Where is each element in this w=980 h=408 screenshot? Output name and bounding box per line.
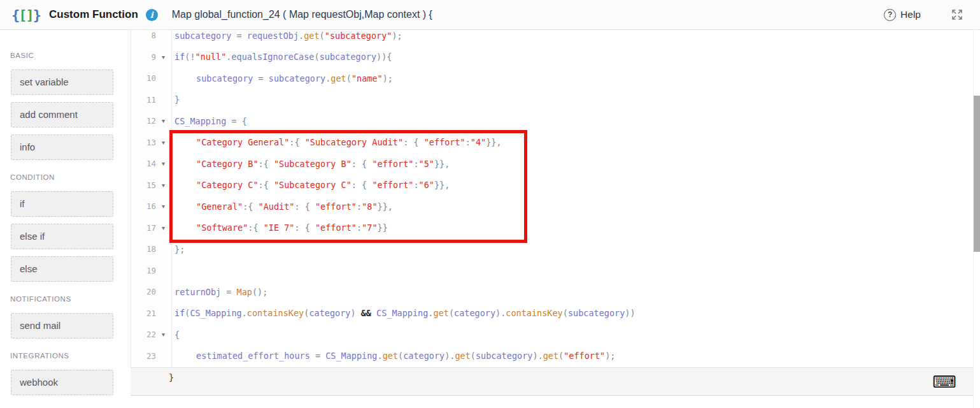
code-line[interactable]: 22▾{ [131, 324, 972, 346]
line-number: 16 [131, 201, 156, 211]
function-signature: Map global_function_24 ( Map requestObj,… [172, 9, 432, 20]
line-number: 15 [131, 180, 156, 190]
fold-arrow-icon[interactable]: ▾ [156, 331, 171, 338]
line-number: 20 [131, 287, 156, 296]
sidebar-section-label: NOTIFICATIONS [10, 295, 131, 303]
code-rows: 8subcategory = requestObj.get("subcatego… [131, 25, 972, 367]
fold-arrow-icon[interactable]: ▾ [156, 203, 171, 210]
sidebar-item-if[interactable]: if [11, 191, 113, 217]
line-number: 8 [131, 31, 156, 40]
fold-arrow-icon[interactable]: ▾ [156, 117, 171, 124]
sidebar-item-else-if[interactable]: else if [11, 224, 113, 249]
code-line[interactable]: 16▾"General":{ "Audit": { "effort":"8"}}… [131, 196, 972, 217]
sidebar-item-send-mail[interactable]: send mail [11, 313, 113, 339]
code-text: "Category C":{ "Subcategory C": { "effor… [171, 180, 450, 190]
line-number: 14 [131, 159, 156, 168]
sidebar-section: BASICset variableadd commentinfo [0, 52, 131, 160]
editor-footer: } ⌨ [131, 367, 974, 396]
fold-arrow-icon[interactable]: ▾ [156, 54, 171, 61]
code-line[interactable]: 9▾if(!"null".equalsIgnoreCase(subcategor… [131, 47, 972, 68]
code-text: estimated_effort_hours = CS_Mapping.get(… [171, 351, 615, 361]
header: {[]} Custom Function i Map global_functi… [0, 0, 980, 30]
fold-arrow-icon[interactable]: ▾ [156, 182, 171, 189]
sidebar-item-add-comment[interactable]: add comment [11, 102, 113, 127]
sidebar-item-webhook[interactable]: webhook [11, 370, 113, 395]
line-number: 22 [131, 330, 156, 339]
line-number: 21 [131, 309, 156, 318]
code-text: CS_Mapping = { [171, 116, 247, 126]
code-text: subcategory = subcategory.get("name"); [171, 73, 393, 84]
sidebar-section: NOTIFICATIONSsend mail [0, 295, 131, 339]
sidebar: BASICset variableadd commentinfoCONDITIO… [0, 29, 131, 408]
help-label: Help [900, 9, 921, 20]
sidebar-item-set-variable[interactable]: set variable [11, 69, 113, 95]
code-text: "Category B":{ "Subcategory B": { "effor… [171, 159, 450, 169]
sidebar-section-label: CONDITION [10, 173, 131, 181]
code-text: "General":{ "Audit": { "effort":"8"}}, [171, 201, 393, 212]
vertical-scrollbar-thumb[interactable] [974, 96, 980, 252]
line-number: 9 [131, 52, 156, 62]
code-line[interactable]: 19 [131, 260, 972, 282]
line-number: 10 [131, 73, 156, 83]
closing-brace: } [169, 372, 174, 382]
code-line[interactable]: 23estimated_effort_hours = CS_Mapping.ge… [131, 346, 972, 367]
line-number: 18 [131, 244, 156, 254]
keyboard-shortcuts-icon[interactable]: ⌨ [932, 370, 956, 394]
code-text: }; [171, 244, 185, 254]
code-line[interactable]: 20returnObj = Map(); [131, 281, 972, 303]
deluge-logo-icon: {[]} [11, 7, 40, 23]
code-text: if(CS_Mapping.containsKey(category) && C… [171, 308, 636, 318]
code-line[interactable]: 11} [131, 89, 972, 111]
sidebar-section-label: BASIC [10, 52, 131, 59]
fullscreen-expand-icon[interactable] [950, 8, 964, 22]
line-number: 13 [131, 138, 156, 147]
line-number: 11 [131, 95, 156, 105]
code-line[interactable]: 21if(CS_Mapping.containsKey(category) &&… [131, 303, 972, 324]
line-number: 23 [131, 351, 156, 361]
code-text: subcategory = requestObj.get("subcategor… [171, 31, 402, 41]
question-circle-icon: ? [884, 9, 896, 21]
code-line[interactable]: 14▾"Category B":{ "Subcategory B": { "ef… [131, 153, 972, 175]
sidebar-item-info[interactable]: info [11, 135, 113, 160]
info-icon[interactable]: i [146, 9, 158, 21]
page-title: Custom Function [49, 8, 138, 21]
code-text: "Software":{ "IE 7": { "effort":"7"}} [171, 222, 388, 233]
line-number: 12 [131, 116, 156, 126]
code-line[interactable]: 12▾CS_Mapping = { [131, 110, 972, 132]
sidebar-item-else[interactable]: else [11, 256, 113, 282]
code-text: } [171, 94, 180, 105]
code-line[interactable]: 15▾"Category C":{ "Subcategory C": { "ef… [131, 175, 972, 196]
sidebar-section: CONDITIONifelse ifelse [0, 173, 131, 282]
code-line[interactable]: 10subcategory = subcategory.get("name"); [131, 68, 972, 89]
code-text: { [171, 330, 180, 340]
code-text: returnObj = Map(); [171, 287, 267, 297]
sidebar-section: INTEGRATIONSwebhook [0, 352, 131, 395]
sidebar-section-label: INTEGRATIONS [10, 352, 131, 360]
help-button[interactable]: ? Help [884, 9, 921, 21]
code-text: if(!"null".equalsIgnoreCase(subcategory)… [171, 52, 392, 62]
line-number: 19 [131, 266, 156, 275]
fold-arrow-icon[interactable]: ▾ [156, 160, 171, 167]
code-text: "Category General":{ "Subcategory Audit"… [171, 137, 502, 147]
vertical-scrollbar-track[interactable] [973, 29, 980, 408]
fold-arrow-icon[interactable]: ▾ [156, 224, 171, 231]
code-line[interactable]: 13▾"Category General":{ "Subcategory Aud… [131, 132, 972, 154]
fold-arrow-icon[interactable]: ▾ [156, 139, 171, 146]
code-line[interactable]: 18}; [131, 238, 972, 260]
code-line[interactable]: 17▾"Software":{ "IE 7": { "effort":"7"}} [131, 217, 972, 239]
line-number: 17 [131, 223, 156, 233]
